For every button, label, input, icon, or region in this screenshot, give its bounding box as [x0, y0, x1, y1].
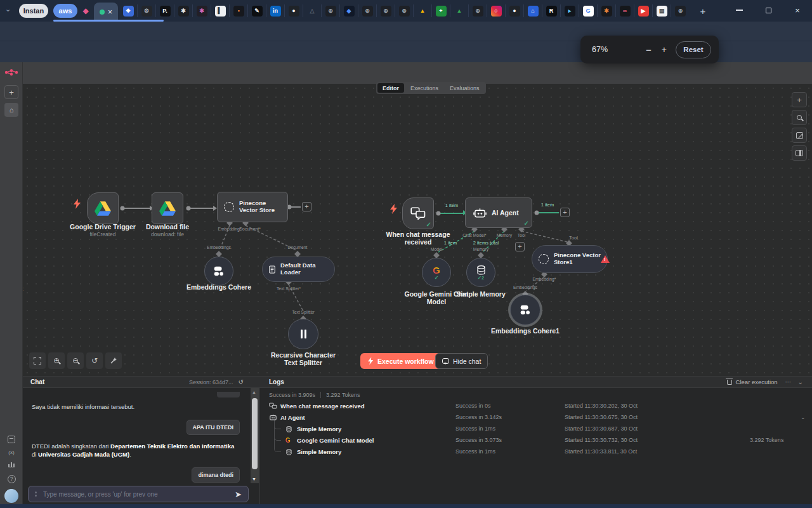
collapse-panel-handle[interactable]: ‹	[23, 284, 23, 293]
active-tab[interactable]: ×	[94, 3, 118, 22]
user-avatar[interactable]	[4, 489, 18, 503]
tab-group-instan[interactable]: Instan	[19, 4, 48, 18]
pinned-tab[interactable]: ⊕	[395, 4, 414, 17]
variables-icon[interactable]: (x)	[4, 446, 18, 458]
pinned-tab-n8n-icon[interactable]: ◆	[80, 5, 91, 17]
pinned-tab[interactable]: R	[542, 4, 561, 17]
pinned-tab[interactable]: ○	[487, 4, 506, 17]
pinned-tab[interactable]: ▶	[634, 4, 653, 17]
pinned-tab[interactable]: ●	[285, 4, 303, 17]
pinned-tab[interactable]: ❖	[119, 4, 138, 17]
scroll-up-arrow[interactable]: ▲	[252, 390, 256, 394]
tab-group-aws[interactable]: aws	[53, 4, 77, 18]
node-embeddings-cohere[interactable]	[204, 257, 233, 286]
window-maximize-button[interactable]	[754, 0, 783, 20]
pinned-tab[interactable]: ▤	[653, 4, 671, 17]
add-tool-placeholder[interactable]: +	[515, 242, 525, 251]
pinned-tab[interactable]: G	[579, 4, 598, 17]
logs-menu-icon[interactable]: ⋯	[785, 378, 792, 385]
tab-search-icon[interactable]: ⌄	[5, 5, 11, 13]
node-pinecone-vector-store1[interactable]: Pinecone Vector Store1 !	[532, 245, 608, 273]
pinned-tab[interactable]: ⊕	[358, 4, 377, 17]
log-expand-icon[interactable]: ⌄	[801, 414, 806, 420]
pinned-tab[interactable]: ▲	[450, 4, 469, 17]
insights-icon[interactable]	[4, 458, 18, 471]
pinned-tab[interactable]: P.	[156, 4, 174, 17]
node-embeddings-cohere1[interactable]	[510, 295, 540, 325]
pinned-tab[interactable]: ●	[506, 4, 524, 17]
pinned-tab[interactable]: ⊕	[671, 4, 690, 17]
pinned-tab[interactable]: ▍	[211, 4, 230, 17]
tab-close-icon[interactable]: ×	[108, 8, 112, 16]
add-node-placeholder[interactable]: +	[302, 202, 311, 211]
logs-collapse-icon[interactable]: ⌄	[798, 378, 803, 385]
pinned-tab[interactable]: ✱	[193, 4, 211, 17]
pinned-tab[interactable]: ◆	[340, 4, 358, 17]
scrollbar-thumb[interactable]	[252, 398, 258, 469]
zoom-out-button[interactable]: −	[641, 44, 657, 55]
zoom-in-button[interactable]: +	[657, 44, 672, 55]
pinned-tab[interactable]: ▲	[414, 4, 432, 17]
pinned-tab[interactable]: ▪	[230, 4, 248, 17]
pinned-tab[interactable]: ∞	[616, 4, 634, 17]
pinned-tab[interactable]: ✱	[174, 4, 193, 17]
log-row[interactable]: Simple MemorySuccess in 1msStarted 11:30…	[260, 446, 812, 458]
pinned-tab[interactable]: △	[303, 4, 322, 17]
clear-execution-button[interactable]: Clear execution	[727, 378, 778, 385]
hide-chat-button[interactable]: Hide chat	[435, 353, 488, 369]
reset-session-icon[interactable]: ↺	[239, 378, 244, 385]
pinned-tab[interactable]: ⊕	[322, 4, 340, 17]
zoom-reset-button[interactable]: Reset	[676, 41, 711, 58]
zoom-in-button[interactable]: +	[48, 352, 65, 369]
node-recursive-text-splitter[interactable]	[288, 319, 318, 349]
log-row[interactable]: Simple MemorySuccess in 1msStarted 11:30…	[260, 424, 812, 435]
execute-workflow-button[interactable]: Execute workflow	[360, 353, 442, 369]
pinned-tab[interactable]: ✎	[248, 4, 266, 17]
node-pinecone-vector-store[interactable]: Pinecone Vector Store	[217, 192, 288, 222]
pinned-tab[interactable]: +	[432, 4, 450, 17]
templates-icon[interactable]	[4, 433, 18, 446]
zoom-out-button[interactable]: −	[67, 352, 84, 369]
node-simple-memory[interactable]: ✓2	[466, 258, 495, 287]
pinned-tab[interactable]: ⌂	[524, 4, 542, 17]
pinned-tab[interactable]: ▸	[561, 4, 579, 17]
node-default-data-loader[interactable]: Default Data Loader	[262, 257, 335, 282]
add-workflow-button[interactable]: +	[4, 85, 18, 99]
log-row[interactable]: GGoogle Gemini Chat ModelSuccess in 3.07…	[260, 435, 812, 446]
sticky-note-button[interactable]	[792, 128, 807, 143]
scroll-down-arrow[interactable]: ▼	[252, 477, 256, 481]
pinned-tab[interactable]: ⚙	[138, 4, 156, 17]
chat-input-box[interactable]: ➤	[28, 486, 249, 502]
window-close-button[interactable]: ×	[783, 0, 812, 20]
node-google-drive-trigger[interactable]	[87, 192, 119, 224]
sidebar-item-overview[interactable]: ⌂	[4, 103, 18, 117]
node-chat-trigger[interactable]: ✓	[402, 197, 434, 229]
node-google-gemini[interactable]: G ✓	[422, 258, 451, 287]
chat-input[interactable]	[42, 490, 230, 498]
toggle-panel-button[interactable]	[792, 145, 807, 161]
log-row[interactable]: AI AgentSuccess in 3.142sStarted 11:30:3…	[260, 412, 812, 424]
tab-editor[interactable]: Editor	[377, 83, 404, 93]
node-ai-agent[interactable]: AI Agent ✓	[465, 197, 532, 228]
chat-scrollbar[interactable]: ▲ ▼	[251, 388, 259, 483]
help-icon[interactable]: ?	[4, 472, 18, 485]
fit-view-button[interactable]	[29, 352, 46, 369]
pinned-tab[interactable]: ⊕	[469, 4, 487, 17]
add-node-button[interactable]: +	[792, 92, 807, 107]
tidy-up-button[interactable]	[105, 352, 122, 369]
pinned-tab[interactable]: ⊕	[377, 4, 395, 17]
new-tab-button[interactable]: +	[697, 4, 709, 17]
undo-button[interactable]: ↺	[86, 352, 103, 369]
node-download-file[interactable]	[152, 192, 183, 224]
add-node-placeholder[interactable]: +	[560, 208, 570, 217]
chat-session-id[interactable]: Session: 634d7...	[189, 379, 233, 385]
pinned-tab[interactable]: ✱	[598, 4, 616, 17]
tab-evaluations[interactable]: Evaluations	[445, 83, 485, 93]
log-row[interactable]: When chat message receivedSuccess in 0sS…	[260, 401, 812, 412]
tab-executions[interactable]: Executions	[405, 83, 443, 93]
pinned-tab[interactable]: in	[266, 4, 285, 17]
workflow-canvas[interactable]: Google Drive Trigger fileCreated Downloa…	[23, 84, 812, 376]
window-minimize-button[interactable]	[724, 0, 754, 20]
send-icon[interactable]: ➤	[235, 490, 242, 499]
search-nodes-button[interactable]	[792, 110, 807, 125]
